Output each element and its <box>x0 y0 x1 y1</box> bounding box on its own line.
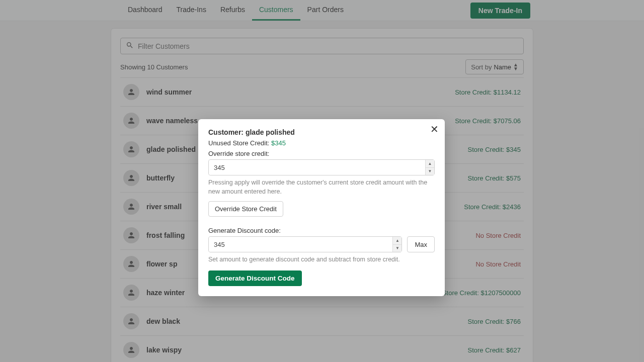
modal-title: Customer: glade polished <box>208 128 435 136</box>
override-input-wrap[interactable]: ▲ ▼ <box>208 159 435 175</box>
generate-help: Set amount to generate discount code and… <box>208 255 435 264</box>
generate-step-up-icon[interactable]: ▲ <box>393 237 401 245</box>
override-input[interactable] <box>209 160 425 175</box>
override-credit-button[interactable]: Override Store Credit <box>208 201 283 217</box>
override-help: Pressing apply will override the custome… <box>208 178 435 196</box>
max-button[interactable]: Max <box>407 236 435 252</box>
unused-credit-line: Unused Store Credit: $345 <box>208 139 435 147</box>
generate-input-wrap[interactable]: ▲ ▼ <box>208 236 402 252</box>
override-label: Override store credit: <box>208 150 435 157</box>
override-step-down-icon[interactable]: ▼ <box>426 168 434 175</box>
generate-step-down-icon[interactable]: ▼ <box>393 245 401 252</box>
override-step-up-icon[interactable]: ▲ <box>426 160 434 168</box>
generate-label: Generate Discount code: <box>208 227 435 234</box>
generate-discount-button[interactable]: Generate Discount Code <box>208 270 302 286</box>
close-icon[interactable]: ✕ <box>430 124 439 134</box>
customer-modal: ✕ Customer: glade polished Unused Store … <box>198 119 445 296</box>
generate-input[interactable] <box>209 237 392 252</box>
